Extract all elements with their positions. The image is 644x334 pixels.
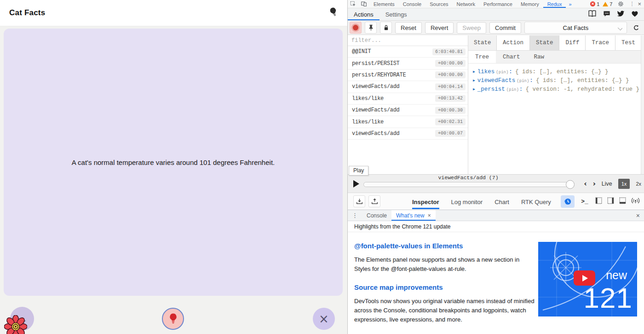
whats-new-body: DevTools now shows you original variable… [354,297,536,324]
reset-button[interactable]: Reset [395,22,422,34]
drawer-tab-console[interactable]: Console [362,210,391,221]
state-tab-test[interactable]: Test [615,35,641,50]
state-tab-action[interactable]: Action [496,35,529,50]
reload-button[interactable] [630,22,642,34]
tree-row[interactable]: ▶ _persist (pin) : { version: -1, rehydr… [473,86,638,93]
action-timestamp: +00:00.00 [435,60,466,67]
lock-button[interactable] [380,22,392,34]
monitor-tab-rtk-query[interactable]: RTK Query [521,194,551,209]
whats-new-link-source-map[interactable]: Source map improvements [354,283,536,291]
revert-button[interactable]: Revert [425,22,454,34]
remote-broadcast-button[interactable] [631,197,640,206]
expand-arrow-icon[interactable]: ▶ [473,78,475,82]
tab-sources[interactable]: Sources [426,0,452,8]
import-button[interactable] [353,195,365,207]
devtools-close-icon[interactable]: × [638,0,641,7]
action-row[interactable]: @@INIT 6:03:40.81 [348,46,468,58]
devtools-panel: Elements Console Sources Network Perform… [347,0,644,334]
view-tab-raw[interactable]: Raw [527,51,552,63]
warning-badge[interactable]: 7 [603,1,612,7]
redux-tab-actions[interactable]: Actions [348,8,380,20]
dispatcher-button[interactable]: >_ [579,195,591,207]
step-back-button[interactable]: ‹ [584,180,586,188]
state-tab-state[interactable]: State [529,35,559,50]
export-button[interactable] [368,195,380,207]
speed-1x-button[interactable]: 1x [618,179,630,189]
more-tabs-icon[interactable]: » [566,1,574,7]
error-badge[interactable]: ✕ 1 [590,1,599,7]
player-bar: viewedFacts/add (7) ‹ › Live 1x 2x [348,174,644,193]
timeline-slider[interactable] [363,182,574,187]
like-fact-button[interactable] [162,308,184,330]
action-row[interactable]: likes/like +00:02.31 [348,116,468,128]
youtube-play-button[interactable] [574,270,595,286]
settings-gear-icon[interactable] [615,1,626,7]
terminal-icon: >_ [581,198,588,205]
cat-facts-app: Cat Facts A cat's normal temperature var… [0,0,347,334]
tab-close-icon[interactable]: × [428,212,431,219]
layout-bottom-button[interactable] [619,197,627,206]
instance-select[interactable]: Cat Facts [524,22,627,34]
chrome-update-video-thumbnail[interactable]: new 121 [538,242,637,316]
tree-row[interactable]: ▶ likes (pin) : { ids: […], entities: {…… [473,69,638,75]
view-tab-tree[interactable]: Tree [468,51,496,63]
tree-row[interactable]: ▶ viewedFacts (pin) : { ids: […], entiti… [473,77,638,84]
expand-arrow-icon[interactable]: ▶ [473,87,475,91]
flower-logo-icon[interactable] [4,315,27,334]
sponsor-heart-icon[interactable] [631,11,638,18]
tab-memory[interactable]: Memory [517,0,543,8]
drawer-tab-whats-new[interactable]: What's new × [391,210,436,221]
close-icon: × [319,312,329,326]
devtools-menu-icon[interactable]: ⋮ [629,1,634,7]
view-tab-chart[interactable]: Chart [496,51,527,63]
commit-button[interactable]: Commit [489,22,521,34]
redux-tab-settings[interactable]: Settings [380,8,413,20]
state-tab-diff[interactable]: Diff [559,35,585,50]
action-row[interactable]: persist/REHYDRATE +00:00.00 [348,70,468,81]
red-lightbulb-icon [168,313,178,325]
pin-button[interactable] [365,22,377,34]
speed-2x-button[interactable]: 2x [636,181,641,187]
tab-elements[interactable]: Elements [369,0,399,8]
tab-console[interactable]: Console [399,0,426,8]
drawer-tabbar: ⋮ Console What's new × × [348,210,644,221]
lightbulb-icon[interactable] [328,6,340,20]
filter-input[interactable] [351,37,464,44]
close-fact-button[interactable]: × [313,308,335,330]
tab-network[interactable]: Network [453,0,479,8]
monitor-tab-inspector[interactable]: Inspector [412,194,439,209]
feedback-icon[interactable] [603,11,610,18]
action-row[interactable]: viewedFacts/add +00:04.14 [348,81,468,93]
tab-performance[interactable]: Performance [479,0,517,8]
step-forward-button[interactable]: › [593,180,596,188]
inspect-element-icon[interactable] [348,1,358,7]
twitter-icon[interactable] [617,11,625,18]
whats-new-link-font-palette[interactable]: @font-palette-values in Elements [354,242,536,250]
warning-icon [603,2,608,6]
action-row[interactable]: viewedFacts/add +00:00.30 [348,105,468,116]
whats-new-header: Highlights from the Chrome 121 update [348,222,644,232]
monitor-tab-chart[interactable]: Chart [494,194,509,209]
device-toolbar-icon[interactable] [358,1,369,7]
tab-redux[interactable]: Redux [543,0,566,8]
monitor-tab-log-monitor[interactable]: Log monitor [451,194,483,209]
action-timestamp: +00:04.14 [435,83,466,90]
live-button[interactable]: Live [602,181,612,187]
state-tab-trace[interactable]: Trace [585,35,615,50]
play-button[interactable] [353,180,359,188]
record-button[interactable] [350,22,362,34]
docs-book-icon[interactable] [588,10,597,18]
scrollbar[interactable] [641,35,644,174]
layout-left-button[interactable] [595,197,603,206]
sweep-button[interactable]: Sweep [457,22,486,34]
layout-right-button[interactable] [607,197,615,206]
action-row[interactable]: persist/PERSIST +00:00.00 [348,58,468,69]
state-panel: State Action State Diff Trace Test Tree … [468,35,641,174]
expand-arrow-icon[interactable]: ▶ [473,70,475,74]
action-row[interactable]: viewedFacts/add +00:00.07 [348,128,468,140]
slider-handle[interactable] [566,180,575,189]
drawer-close-icon[interactable]: × [636,212,644,219]
drawer-menu-icon[interactable]: ⋮ [348,212,362,219]
history-button[interactable] [561,195,575,208]
action-row[interactable]: likes/like +00:13.42 [348,93,468,105]
